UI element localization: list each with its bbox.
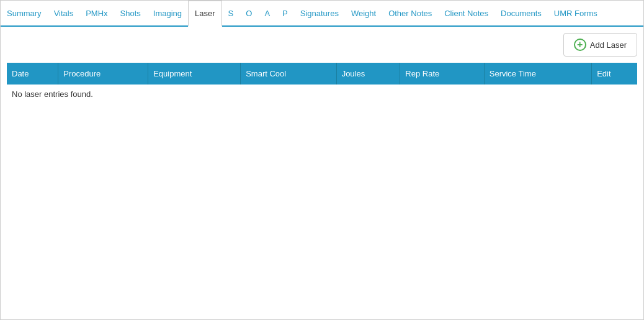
tab-imaging[interactable]: Imaging: [147, 1, 188, 25]
table-header: DateProcedureEquipmentSmart CoolJoulesRe…: [7, 63, 637, 85]
laser-table: DateProcedureEquipmentSmart CoolJoulesRe…: [7, 63, 637, 104]
tab-umr-forms[interactable]: UMR Forms: [548, 1, 604, 25]
tab-vitals[interactable]: Vitals: [48, 1, 80, 25]
tab-s[interactable]: S: [222, 1, 240, 25]
tab-signatures[interactable]: Signatures: [294, 1, 345, 25]
tab-shots[interactable]: Shots: [114, 1, 147, 25]
tab-a[interactable]: A: [258, 1, 276, 25]
add-laser-button[interactable]: + Add Laser: [563, 33, 637, 57]
table-header-row: DateProcedureEquipmentSmart CoolJoulesRe…: [7, 63, 637, 85]
tab-weight[interactable]: Weight: [345, 1, 382, 25]
col-header-joules: Joules: [336, 63, 400, 85]
tab-pmhx[interactable]: PMHx: [79, 1, 114, 25]
tab-p[interactable]: P: [276, 1, 294, 25]
empty-message: No laser entries found.: [7, 85, 637, 104]
tab-client-notes[interactable]: Client Notes: [438, 1, 494, 25]
tab-o[interactable]: O: [239, 1, 258, 25]
tab-navigation: SummaryVitalsPMHxShotsImagingLaserSOAPSi…: [1, 1, 643, 27]
tab-summary[interactable]: Summary: [1, 1, 48, 25]
add-laser-label: Add Laser: [590, 40, 627, 50]
col-header-service_time: Service Time: [484, 63, 591, 85]
col-header-edit: Edit: [592, 63, 637, 85]
table-row-empty: No laser entries found.: [7, 85, 637, 104]
col-header-procedure: Procedure: [58, 63, 148, 85]
plus-icon: +: [574, 39, 586, 51]
col-header-rep_rate: Rep Rate: [400, 63, 484, 85]
main-container: SummaryVitalsPMHxShotsImagingLaserSOAPSi…: [0, 0, 644, 320]
col-header-date: Date: [7, 63, 58, 85]
col-header-equipment: Equipment: [148, 63, 241, 85]
tab-documents[interactable]: Documents: [494, 1, 548, 25]
action-bar: + Add Laser: [7, 33, 637, 57]
content-area: + Add Laser DateProcedureEquipmentSmart …: [1, 27, 643, 319]
tab-laser[interactable]: Laser: [188, 1, 222, 27]
col-header-smart_cool: Smart Cool: [241, 63, 336, 85]
tab-other-notes[interactable]: Other Notes: [382, 1, 438, 25]
table-body: No laser entries found.: [7, 85, 637, 104]
